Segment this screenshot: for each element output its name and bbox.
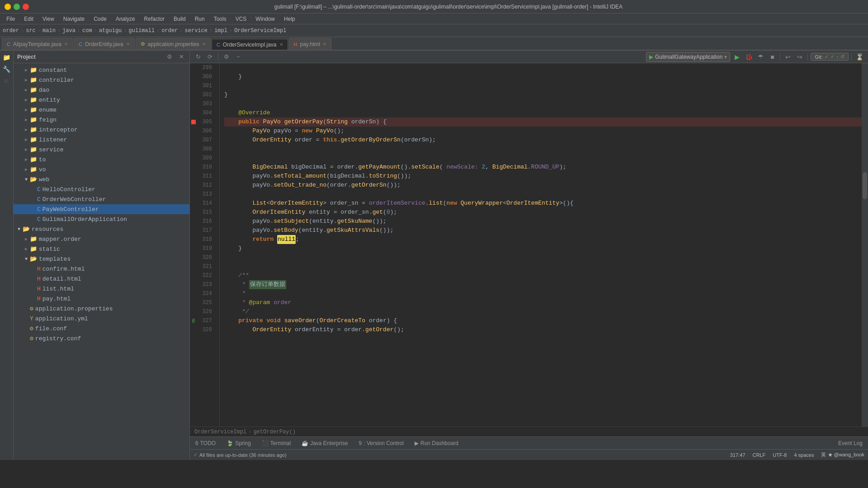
footer-tab-todo[interactable]: 6 TODO (193, 439, 217, 447)
tree-dao[interactable]: ▶ 📁 dao (14, 85, 189, 95)
stop-button[interactable]: ■ (767, 52, 777, 62)
menu-item-run[interactable]: Run (191, 15, 208, 23)
menu-item-tools[interactable]: Tools (210, 15, 230, 23)
tree-listener[interactable]: ▶ 📁 listener (14, 135, 189, 145)
menu-item-navigate[interactable]: Navigate (60, 15, 88, 23)
tree-registryconf[interactable]: ⚙ registry.conf (14, 333, 189, 343)
structure-icon[interactable]: 🔧 (2, 64, 12, 74)
tree-vo[interactable]: ▶ 📁 vo (14, 164, 189, 174)
nav-gulimall[interactable]: gulimall (129, 28, 155, 34)
menu-item-help[interactable]: Help (280, 15, 299, 23)
tree-interceptor[interactable]: ▶ 📁 interceptor (14, 125, 189, 135)
tree-templates[interactable]: ▼ 📂 templates (14, 254, 189, 264)
nav-orderserviceimpl[interactable]: OrderServiceImpl (234, 28, 286, 34)
minimize-button[interactable] (5, 4, 11, 10)
tab-orderserviceimpl[interactable]: C OrderServiceImpl.java ✕ (212, 39, 288, 51)
tree-fileconf[interactable]: ⚙ file.conf (14, 324, 189, 333)
tab-appprops-close[interactable]: ✕ (202, 42, 206, 47)
maximize-button[interactable] (14, 4, 20, 10)
tree-resources[interactable]: ▼ 📂 resources (14, 224, 189, 234)
menu-item-vcs[interactable]: VCS (232, 15, 250, 23)
menu-item-build[interactable]: Build (170, 15, 189, 23)
nav-com[interactable]: com (82, 28, 92, 34)
close-button[interactable] (23, 4, 29, 10)
footer-tab-spring[interactable]: 🍃 Spring (225, 439, 253, 447)
code-editor[interactable]: @ 299 300 301 302 303 304 305 306 307 30… (190, 63, 868, 427)
interface-icon-327[interactable]: @ (192, 319, 195, 324)
code-content[interactable]: } } @Override public PayVo getOrderPay(S… (220, 63, 862, 427)
debug-button[interactable]: 🐞 (744, 52, 754, 62)
tree-constant[interactable]: ▶ 📁 constant (14, 65, 189, 75)
tab-orderentity-close[interactable]: ✕ (126, 42, 130, 47)
coverage-button[interactable]: ☂ (755, 52, 765, 62)
tree-hellocontroller[interactable]: C HelloController (14, 184, 189, 194)
tree-static[interactable]: ▶ 📁 static (14, 244, 189, 254)
nav-order2[interactable]: order (161, 28, 178, 34)
tree-enume[interactable]: ▶ 📁 enume (14, 105, 189, 115)
bookmarks-icon[interactable]: ⚐ (2, 76, 12, 86)
tree-appprops[interactable]: ⚙ application.properties (14, 304, 189, 314)
project-settings-btn[interactable]: ⚙ (165, 52, 174, 61)
footer-tab-versioncontrol[interactable]: 9 : Version Control (357, 439, 406, 447)
tab-appprops[interactable]: ⚙ application.properties ✕ (136, 38, 211, 50)
tree-web[interactable]: ▼ 📂 web (14, 174, 189, 184)
menu-item-edit[interactable]: Edit (20, 15, 37, 23)
tree-orderwebcontroller[interactable]: C OrderWebController (14, 194, 189, 204)
tree-controller[interactable]: ▶ 📁 controller (14, 75, 189, 85)
tab-alipay-close[interactable]: ✕ (64, 42, 68, 47)
tab-alipay[interactable]: C AlipayTemplate.java ✕ (2, 38, 73, 50)
breakpoint-305[interactable] (191, 120, 196, 124)
footer-tab-javaenterprise[interactable]: ☕ Java Enterprise (300, 439, 349, 447)
nav-main[interactable]: main (42, 28, 56, 34)
redo-button[interactable]: ↪ (795, 52, 805, 62)
run-button[interactable]: ▶ (732, 52, 742, 62)
tree-appyml[interactable]: Y application.yml (14, 314, 189, 324)
run-config-select[interactable]: ▶ GulimallGatewayApplication ▾ (646, 52, 730, 62)
scroll-track[interactable] (862, 63, 868, 427)
tree-mapper[interactable]: ▶ 📁 mapper.order (14, 234, 189, 244)
history-button[interactable]: ⌛ (854, 52, 864, 62)
footer-tab-eventlog[interactable]: Event Log (836, 439, 864, 447)
footer-tab-terminal[interactable]: ⬛ Terminal (260, 439, 292, 447)
menu-item-refactor[interactable]: Refactor (141, 15, 168, 23)
collapse-btn[interactable]: − (234, 52, 243, 61)
sync-btn[interactable]: ⟳ (205, 52, 214, 61)
menu-item-window[interactable]: Window (252, 15, 278, 23)
menu-item-analyze[interactable]: Analyze (112, 15, 139, 23)
tree-detailhtml[interactable]: H detail.html (14, 274, 189, 284)
nav-service[interactable]: service (185, 28, 208, 34)
menu-item-view[interactable]: View (39, 15, 58, 23)
tree-paywebcontroller[interactable]: C PayWebController (14, 204, 189, 214)
project-icon[interactable]: 📁 (2, 52, 12, 62)
nav-atguigu[interactable]: atguigu (99, 28, 122, 34)
settings-btn[interactable]: ⚙ (222, 52, 231, 61)
tab-orderserviceimpl-close[interactable]: ✕ (279, 42, 283, 47)
nav-impl[interactable]: impl (214, 28, 227, 34)
tree-feign[interactable]: ▶ 📁 feign (14, 115, 189, 125)
menu-item-file[interactable]: File (3, 15, 19, 23)
tree-entity[interactable]: ▶ 📁 entity (14, 95, 189, 105)
tab-payhtml-close[interactable]: ✕ (323, 42, 326, 47)
tab-payhtml[interactable]: H pay.html ✕ (289, 38, 331, 50)
footer-tab-rundashboard[interactable]: ▶ Run Dashboard (413, 439, 460, 447)
status-encoding[interactable]: UTF-8 (773, 452, 787, 458)
status-indent[interactable]: 4 spaces (794, 452, 814, 458)
right-scrollbar[interactable] (862, 63, 868, 427)
menu-item-code[interactable]: Code (90, 15, 110, 23)
undo-button[interactable]: ↩ (783, 52, 793, 62)
scroll-thumb[interactable] (863, 172, 867, 199)
tab-orderentity[interactable]: C OrderEntity.java ✕ (74, 38, 135, 50)
nav-java[interactable]: java (62, 28, 75, 34)
tree-confirmhtml[interactable]: H confirm.html (14, 264, 189, 274)
tree-service[interactable]: ▶ 📁 service (14, 145, 189, 155)
nav-order[interactable]: order (3, 28, 19, 34)
tree-listhtml[interactable]: H list.html (14, 284, 189, 294)
refresh-btn[interactable]: ↻ (193, 52, 203, 61)
status-linesep[interactable]: CRLF (753, 452, 766, 458)
tree-gulimallorderapplication[interactable]: C GulimallOrderApplication (14, 214, 189, 224)
nav-src[interactable]: src (26, 28, 36, 34)
tree-to[interactable]: ▶ 📁 to (14, 155, 189, 164)
tree-payhtml[interactable]: H pay.html (14, 294, 189, 304)
status-position[interactable]: 317:47 (730, 452, 745, 458)
project-close-btn[interactable]: ✕ (177, 52, 186, 61)
